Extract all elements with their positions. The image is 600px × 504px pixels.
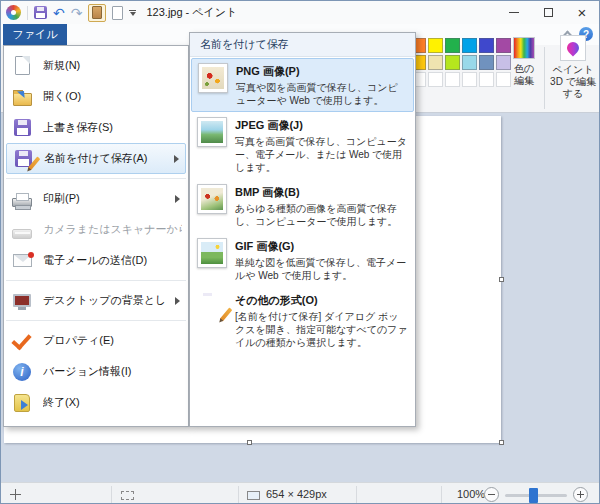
gif-image-icon xyxy=(197,238,227,268)
empty-color-slot[interactable] xyxy=(428,72,443,87)
menu-item-set-desktop-label: デスクトップの背景として設定(B) xyxy=(43,293,166,308)
zoom-slider-thumb[interactable] xyxy=(529,488,538,503)
edit-colors-label: 色の編集 xyxy=(512,63,536,87)
submenu-arrow-icon xyxy=(174,155,179,163)
zoom-in-button[interactable] xyxy=(573,487,588,502)
zoom-out-button[interactable] xyxy=(484,487,499,502)
undo-icon[interactable]: ↶ xyxy=(53,6,65,20)
menu-item-properties[interactable]: プロパティ(E) xyxy=(4,325,188,356)
color-swatch[interactable] xyxy=(462,55,477,70)
info-icon: i xyxy=(13,363,31,381)
edit-with-paint3d-button[interactable]: ペイント 3D で編集する xyxy=(548,35,598,100)
menu-item-new-label: 新規(N) xyxy=(43,58,182,73)
maximize-button[interactable] xyxy=(531,1,565,24)
exit-icon xyxy=(14,394,30,412)
saveas-option-jpeg[interactable]: JPEG 画像(J) 写真を高画質で保存し、コンピューター、電子メール、または … xyxy=(190,112,415,179)
color-swatch[interactable] xyxy=(479,55,494,70)
window-title: 123.jpg - ペイント xyxy=(146,5,237,20)
png-description: 写真や図を高画質で保存し、コンピューターや Web で使用します。 xyxy=(236,81,407,107)
divider xyxy=(441,486,442,503)
menu-separator xyxy=(6,280,186,281)
empty-color-slot[interactable] xyxy=(445,72,460,87)
saveas-option-other[interactable]: その他の形式(O) [名前を付けて保存] ダイアログ ボックスを開き、指定可能な… xyxy=(190,287,415,354)
save-floppy-icon xyxy=(14,119,31,136)
clipboard-icon[interactable] xyxy=(88,4,106,22)
color-swatch[interactable] xyxy=(445,55,460,70)
empty-color-slot[interactable] xyxy=(479,72,494,87)
close-icon: × xyxy=(578,5,587,20)
menu-item-open[interactable]: 開く(O) xyxy=(4,81,188,112)
saveas-option-png[interactable]: PNG 画像(P) 写真や図を高画質で保存し、コンピューターや Web で使用し… xyxy=(191,58,414,112)
menu-item-set-desktop[interactable]: デスクトップの背景として設定(B) xyxy=(4,285,188,316)
color-swatch[interactable] xyxy=(462,38,477,53)
redo-icon[interactable]: ↷ xyxy=(71,6,83,20)
menu-item-save-label: 上書き保存(S) xyxy=(43,120,182,135)
divider xyxy=(27,6,28,20)
paint-app-icon[interactable] xyxy=(6,5,21,20)
resize-handle-bottom[interactable] xyxy=(247,440,252,445)
new-document-icon xyxy=(15,56,30,75)
menu-item-about[interactable]: i バージョン情報(I) xyxy=(4,356,188,387)
menu-item-save-as-label: 名前を付けて保存(A) xyxy=(44,151,165,166)
menu-separator xyxy=(6,178,186,179)
close-button[interactable]: × xyxy=(565,1,599,24)
resize-handle-right[interactable] xyxy=(499,277,504,282)
window-controls: × xyxy=(497,1,599,24)
customize-qat-dropdown-icon[interactable] xyxy=(129,10,136,16)
menu-item-print[interactable]: 印刷(P) xyxy=(4,183,188,214)
minimize-icon xyxy=(509,12,519,13)
menu-item-send-email[interactable]: 電子メールの送信(D) xyxy=(4,245,188,276)
color-swatch[interactable] xyxy=(428,38,443,53)
scanner-icon xyxy=(12,229,32,239)
bmp-title: BMP 画像(B) xyxy=(235,185,408,200)
bmp-description: あらゆる種類の画像を高画質で保存し、コンピューターで使用します。 xyxy=(235,202,408,228)
empty-color-slot[interactable] xyxy=(462,72,477,87)
menu-item-open-label: 開く(O) xyxy=(43,89,182,104)
menu-item-exit-label: 終了(X) xyxy=(43,395,182,410)
save-icon[interactable] xyxy=(34,6,47,19)
divider xyxy=(111,486,112,503)
menu-separator xyxy=(6,320,186,321)
divider xyxy=(356,486,357,503)
submenu-arrow-icon xyxy=(175,297,180,305)
menu-item-save[interactable]: 上書き保存(S) xyxy=(4,112,188,143)
menu-item-exit[interactable]: 終了(X) xyxy=(4,387,188,418)
menu-item-save-as[interactable]: 名前を付けて保存(A) xyxy=(6,143,186,174)
open-folder-icon xyxy=(13,93,32,106)
saveas-option-bmp[interactable]: BMP 画像(B) あらゆる種類の画像を高画質で保存し、コンピューターで使用しま… xyxy=(190,179,415,233)
title-bar: ↶ ↷ 123.jpg - ペイント × xyxy=(1,1,599,24)
zoom-slider[interactable] xyxy=(505,494,567,497)
checkmark-icon xyxy=(11,330,33,352)
paint3d-label: ペイント 3D で編集する xyxy=(545,64,600,100)
menu-item-from-scanner-label: カメラまたはスキャナーから取り込み(M) xyxy=(43,222,182,237)
saveas-option-gif[interactable]: GIF 画像(G) 単純な図を低画質で保存し、電子メールや Web で使用します… xyxy=(190,233,415,287)
zoom-level: 100% xyxy=(457,488,485,500)
color-swatch[interactable] xyxy=(445,38,460,53)
menu-item-new[interactable]: 新規(N) xyxy=(4,50,188,81)
color-swatch[interactable] xyxy=(479,38,494,53)
tab-file[interactable]: ファイル xyxy=(3,24,67,45)
new-document-icon[interactable] xyxy=(112,6,123,20)
menu-item-print-label: 印刷(P) xyxy=(43,191,166,206)
edit-colors-button[interactable]: 色の編集 xyxy=(506,37,542,87)
quick-access-toolbar: ↶ ↷ xyxy=(1,4,136,22)
clipboard-glyph xyxy=(92,6,102,19)
other-format-floppy-icon xyxy=(197,292,227,322)
gif-title: GIF 画像(G) xyxy=(235,239,408,254)
minimize-button[interactable] xyxy=(497,1,531,24)
cursor-position-icon xyxy=(10,489,21,500)
other-description: [名前を付けて保存] ダイアログ ボックスを開き、指定可能なすべてのファイルの種… xyxy=(235,310,408,349)
save-as-submenu: 名前を付けて保存 PNG 画像(P) 写真や図を高画質で保存し、コンピューターや… xyxy=(189,32,416,427)
other-title: その他の形式(O) xyxy=(235,293,408,308)
jpeg-description: 写真を高画質で保存し、コンピューター、電子メール、または Web で使用します。 xyxy=(235,135,408,174)
maximize-icon xyxy=(544,8,553,17)
resize-handle-corner[interactable] xyxy=(499,440,504,445)
color-swatch[interactable] xyxy=(428,55,443,70)
edit-colors-icon xyxy=(513,37,535,59)
png-image-icon xyxy=(198,63,228,93)
image-size-icon xyxy=(247,491,260,500)
selection-size-icon xyxy=(121,491,134,500)
png-title: PNG 画像(P) xyxy=(236,64,407,79)
menu-item-send-email-label: 電子メールの送信(D) xyxy=(43,253,182,268)
gif-description: 単純な図を低画質で保存し、電子メールや Web で使用します。 xyxy=(235,256,408,282)
